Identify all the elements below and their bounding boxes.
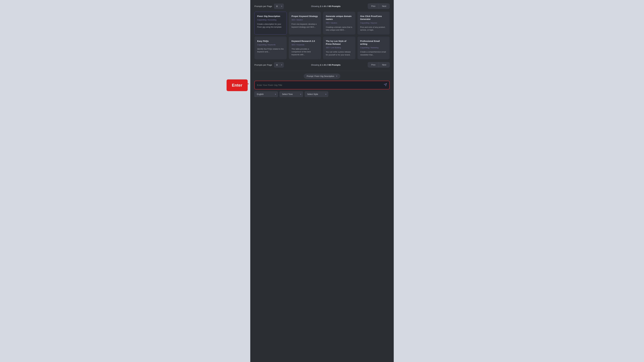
prompt-bar: Prompt: Fiverr Gig Description ×	[254, 74, 390, 79]
showing-to-bottom: 8	[324, 64, 326, 66]
total-prompts-top: 65 Prompts	[328, 5, 340, 7]
card-desc: Identify five FAQs related to the keywor…	[257, 47, 284, 53]
prev-button-bottom[interactable]: Prev	[368, 62, 379, 67]
prompt-close-button[interactable]: ×	[336, 75, 337, 77]
showing-from-bottom: 1	[320, 64, 321, 66]
style-dropdown[interactable]: Select Style Informative Persuasive Narr…	[305, 91, 328, 97]
card-category: SEO / Keywords	[292, 44, 318, 46]
card-title: The Ivy Lee Style of Press Release	[326, 40, 352, 46]
dropdowns-row: English Spanish French German Select Ton…	[254, 91, 390, 100]
card-category: SEO / Ideation	[292, 19, 318, 21]
prompts-per-page-label-bottom: Prompts per Page	[254, 64, 272, 66]
pagination-buttons-bottom: Prev Next	[368, 62, 390, 67]
card-desc: Pros and cons of any product, service, o…	[360, 26, 387, 31]
language-dropdown[interactable]: English Spanish French German	[254, 91, 278, 97]
card-category: SEO / Link Building	[326, 47, 352, 49]
card-category: Copywriting / Improve	[360, 22, 387, 24]
per-page-select-top[interactable]: 8 16 24	[274, 4, 284, 9]
arrow-indicator: ➜	[244, 80, 249, 87]
tone-dropdown-wrapper[interactable]: Select Tone Professional Casual Formal	[280, 91, 303, 97]
card-category: SEO / Ideation	[326, 22, 352, 24]
per-page-select-bottom[interactable]: 8 16 24	[274, 62, 284, 67]
prev-button-top[interactable]: Prev	[368, 4, 379, 9]
pagination-bottom: Prompts per Page 8 16 24 Showing 1 to 8 …	[254, 62, 390, 67]
showing-to-top: 8	[324, 5, 326, 7]
card-title: Proper Keyword Strategy	[292, 15, 318, 18]
card-item[interactable]: Keyword Research 2.0 SEO / Keywords This…	[289, 36, 321, 59]
card-desc: Creating a domain name that is very uniq…	[326, 26, 352, 31]
card-title: Easy FAQs	[257, 40, 284, 42]
per-page-select-bottom-wrapper[interactable]: 8 16 24	[274, 62, 284, 67]
prompt-tag: Prompt: Fiverr Gig Description ×	[304, 74, 340, 79]
send-button[interactable]	[382, 83, 387, 87]
card-desc: This table provides a comparison of the …	[292, 47, 318, 56]
card-item[interactable]: Professional Email writing Copywriting /…	[358, 36, 390, 59]
card-title: Keyword Research 2.0	[292, 40, 318, 42]
card-title: One Click Pros/Cons Generator	[360, 15, 387, 21]
showing-text-bottom: Showing 1 to 8 of 65 Prompts	[286, 64, 366, 66]
style-dropdown-wrapper[interactable]: Select Style Informative Persuasive Narr…	[305, 91, 328, 97]
showing-text-top: Showing 1 to 8 of 65 Prompts	[286, 5, 366, 7]
card-category: Copywriting / Marketing	[360, 47, 387, 49]
card-title: Fiverr Gig Description	[257, 15, 284, 18]
card-title: Generate unique domain names	[326, 15, 352, 21]
language-dropdown-wrapper[interactable]: English Spanish French German	[254, 91, 278, 97]
gig-title-input[interactable]	[257, 84, 382, 86]
card-item[interactable]: Generate unique domain names SEO / Ideat…	[323, 12, 355, 34]
card-desc: You can write a press release for yourse…	[326, 50, 352, 56]
card-item[interactable]: Easy FAQs Copywriting / Keywords Identif…	[254, 36, 287, 59]
card-desc: Create a comprehensive email newsletter …	[360, 50, 387, 56]
card-item[interactable]: One Click Pros/Cons Generator Copywritin…	[358, 12, 390, 34]
prompt-tag-label: Prompt: Fiverr Gig Description	[307, 75, 334, 77]
card-desc: From one keyword, develop a keyword stra…	[292, 23, 318, 28]
total-prompts-bottom: 65 Prompts	[328, 64, 340, 66]
card-title: Professional Email writing	[360, 40, 387, 46]
card-item[interactable]: Fiverr Gig Description Copywriting / Acc…	[254, 12, 287, 34]
card-category: Copywriting / Keywords	[257, 44, 284, 46]
prompts-per-page-label-top: Prompts per Page	[254, 5, 272, 7]
card-desc: Create a description for your Fiverr gig…	[257, 23, 284, 28]
pagination-buttons-top: Prev Next	[368, 3, 390, 9]
bottom-section: Enter ➜ Prompt: Fiverr Gig Description ×	[254, 71, 390, 100]
next-button-top[interactable]: Next	[379, 4, 390, 9]
showing-from-top: 1	[320, 5, 321, 7]
next-button-bottom[interactable]: Next	[379, 62, 390, 67]
pagination-top: Prompts per Page 8 16 24 Showing 1 to 8 …	[254, 3, 390, 9]
card-category: Copywriting / Accounting	[257, 19, 284, 21]
per-page-select-top-wrapper[interactable]: 8 16 24	[274, 4, 284, 9]
cards-grid: Fiverr Gig Description Copywriting / Acc…	[254, 12, 390, 59]
card-item[interactable]: Proper Keyword Strategy SEO / Ideation F…	[289, 12, 321, 34]
card-item[interactable]: The Ivy Lee Style of Press Release SEO /…	[323, 36, 355, 59]
send-icon	[384, 83, 387, 86]
tone-dropdown[interactable]: Select Tone Professional Casual Formal	[280, 91, 303, 97]
input-area	[254, 81, 390, 89]
